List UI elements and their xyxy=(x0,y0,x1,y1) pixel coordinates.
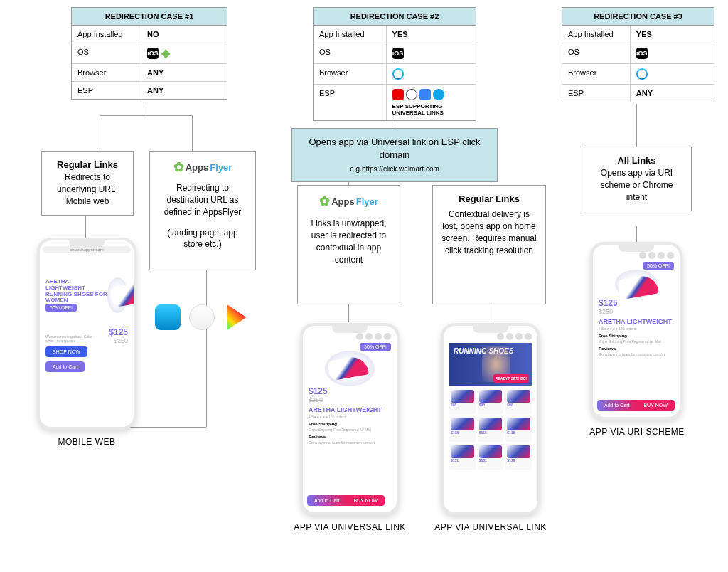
label-app-installed: App Installed xyxy=(562,26,631,43)
safari-icon xyxy=(392,68,404,80)
result-uri: APP VIA URI SCHEME xyxy=(580,427,694,437)
case3-esp: ANY xyxy=(631,85,714,102)
phone-app-universal-a: 50% OFF! $125 $250 ARETHA LIGHTWEIGHT 4.… xyxy=(300,323,400,515)
label-app-installed: App Installed xyxy=(72,26,141,43)
label-browser: Browser xyxy=(72,64,141,81)
rating: 4.5★★★★★ 186 orders xyxy=(309,415,391,419)
reviews-label: Reviews xyxy=(309,435,391,439)
old-price: $250 xyxy=(109,337,128,344)
result-mobile-web: MOBILE WEB xyxy=(30,437,144,447)
case2-os: iOS xyxy=(387,43,476,63)
shoe-image xyxy=(325,351,375,386)
running-banner: RUNNING SHOES READY? SET! GO! xyxy=(449,343,532,386)
shop-now-button[interactable]: SHOP NOW xyxy=(46,346,87,357)
result-universal-a: APP VIA UNIVERSAL LINK xyxy=(293,522,407,532)
case2-header: REDIRECTION CASE #2 xyxy=(314,8,476,26)
product-name: ARETHA LIGHTWEIGHT xyxy=(599,318,674,325)
playstore-icon xyxy=(223,304,249,330)
label-browser: Browser xyxy=(562,64,631,84)
case1-os: iOS◆ xyxy=(141,43,227,63)
shoe-image xyxy=(615,270,658,298)
buy-now-button[interactable]: BUY NOW xyxy=(346,495,384,506)
box2-top-line2: e.g.https://click.walmart.com xyxy=(301,164,488,174)
case1-table: REDIRECTION CASE #1 App InstalledNO OSiO… xyxy=(71,7,228,100)
add-to-cart-button[interactable]: Add to Cart xyxy=(46,361,85,372)
box1b-text1: Redirecting to destination URL as define… xyxy=(159,182,247,218)
case2-browser xyxy=(387,64,476,84)
free-shipping: Free Shipping xyxy=(599,334,674,338)
appstore-icon xyxy=(155,304,181,330)
case2-esp: ESP SUPPORTING UNIVERSAL LINKS xyxy=(387,85,476,120)
sendgrid-icon xyxy=(419,89,431,100)
ios-icon: iOS xyxy=(147,48,159,59)
case3-table: REDIRECTION CASE #3 App InstalledYES OSi… xyxy=(562,7,714,102)
box-appsflyer-2: ✿AppsFlyer Links is unwrapped, user is r… xyxy=(297,185,400,304)
case1-esp: ANY xyxy=(141,82,227,99)
old-price: $250 xyxy=(599,308,674,315)
label-app-installed: App Installed xyxy=(314,26,387,43)
box-regular-links-1: Regular Links Redirects to underlying UR… xyxy=(41,151,134,216)
store-icons xyxy=(155,304,249,330)
box1b-text2: (landing page, app store etc.) xyxy=(159,227,247,251)
box2a-text: Links is unwrapped, user is redirected t… xyxy=(306,218,391,265)
box1a-title: Regular Links xyxy=(50,159,124,171)
hero-title: ARETHA LIGHTWEIGHT RUNNING SHOES FOR WOM… xyxy=(46,279,107,304)
case3-header: REDIRECTION CASE #3 xyxy=(562,8,714,26)
esp-note: ESP SUPPORTING UNIVERSAL LINKS xyxy=(392,103,470,116)
shoe-image xyxy=(107,277,128,313)
dotdigital-icon xyxy=(406,89,417,100)
salesforce-icon xyxy=(433,89,444,100)
android-icon: ◆ xyxy=(161,48,170,59)
phone-app-uri: 50% OFF! $125 $250 ARETHA LIGHTWEIGHT 4.… xyxy=(590,242,682,420)
desc: Womens running shoes Color: white / neon… xyxy=(46,334,95,343)
leaf-icon: ✿ xyxy=(173,159,184,176)
label-os: OS xyxy=(314,43,387,63)
label-os: OS xyxy=(562,43,631,63)
result-universal-b: APP VIA UNIVERSAL LINK xyxy=(434,522,547,532)
free-shipping: Free Shipping xyxy=(309,422,391,426)
box1a-text: Redirects to underlying URL: Mobile web xyxy=(50,171,124,207)
add-to-cart-button[interactable]: Add to Cart xyxy=(597,400,636,411)
safari-icon xyxy=(636,68,648,80)
case2-app-installed: YES xyxy=(387,26,476,43)
oracle-icon xyxy=(392,89,404,100)
off-badge: 50% OFF! xyxy=(360,343,391,351)
label-esp: ESP xyxy=(72,82,141,99)
price: $125 xyxy=(109,327,128,337)
case2-table: REDIRECTION CASE #2 App InstalledYES OSi… xyxy=(313,7,476,121)
case1-app-installed: NO xyxy=(141,26,227,43)
appsflyer-logo: ✿AppsFlyer xyxy=(173,159,232,176)
rating: 4.5★★★★★ 186 orders xyxy=(599,327,674,331)
label-esp: ESP xyxy=(314,85,387,120)
case1-header: REDIRECTION CASE #1 xyxy=(72,8,227,26)
box3-text: Opens app via URI scheme or Chrome inten… xyxy=(591,167,682,203)
safari-big-icon xyxy=(189,304,215,330)
appsflyer-logo: ✿AppsFlyer xyxy=(319,193,378,211)
ios-icon: iOS xyxy=(636,48,648,59)
phone-mobile-web: shoeshopper.com ARETHA LIGHTWEIGHT RUNNI… xyxy=(37,238,136,430)
box-regular-links-2: Regular Links Contextual delivery is los… xyxy=(432,185,546,304)
case1-browser: ANY xyxy=(141,64,227,81)
box2b-title: Regular Links xyxy=(441,193,537,206)
banner-cta: READY? SET! GO! xyxy=(493,374,529,383)
box-appsflyer-1: ✿AppsFlyer Redirecting to destination UR… xyxy=(149,151,256,270)
leaf-icon: ✿ xyxy=(319,193,330,211)
ios-icon: iOS xyxy=(392,48,404,59)
off-badge: 50% OFF! xyxy=(46,304,77,312)
reviews-label: Reviews xyxy=(599,346,674,351)
box-all-links: All Links Opens app via URI scheme or Ch… xyxy=(582,147,692,211)
shoe-grid: $98 $98 $98 $108 $116 $116 $131 $131 $12… xyxy=(449,388,532,470)
label-browser: Browser xyxy=(314,64,387,84)
product-name: ARETHA LIGHTWEIGHT xyxy=(309,406,391,413)
case3-os: iOS xyxy=(631,43,714,63)
off-badge: 50% OFF! xyxy=(643,262,674,270)
box3-title: All Links xyxy=(591,154,682,167)
box2b-text: Contextual delivery is lost, opens app o… xyxy=(441,208,537,256)
buy-now-button[interactable]: BUY NOW xyxy=(636,400,674,411)
phone-app-universal-b: RUNNING SHOES READY? SET! GO! $98 $98 $9… xyxy=(441,323,540,515)
add-to-cart-button[interactable]: Add to Cart xyxy=(307,495,346,506)
case3-app-installed: YES xyxy=(631,26,714,43)
label-esp: ESP xyxy=(562,85,631,102)
case3-browser xyxy=(631,64,714,84)
box-universal-link: Opens app via Universal link on ESP clic… xyxy=(291,128,498,182)
